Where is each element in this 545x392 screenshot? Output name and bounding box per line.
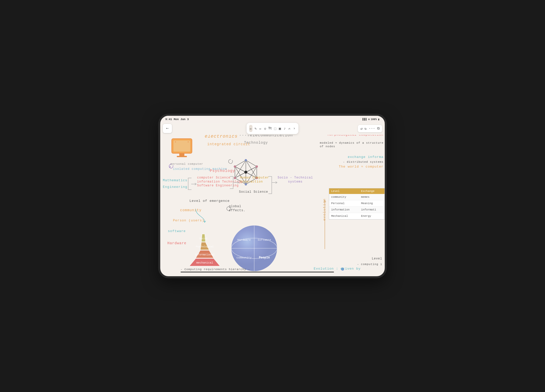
drawing-toolbar[interactable]: ✏ ✎ ✏ ◇ Tt ⬚ ▣ ♪ ✍ ›	[247, 123, 298, 134]
arrow-right-2	[234, 181, 239, 184]
svg-line-6	[246, 160, 257, 167]
arrow-right-3	[272, 181, 278, 184]
redo-icon[interactable]: ↻	[364, 126, 366, 131]
svg-point-29	[234, 166, 236, 168]
audio-tool[interactable]: ♪	[283, 125, 286, 132]
mathematics-text: Mathematics	[163, 178, 187, 183]
telecom-text: ···Telecommunication	[239, 135, 293, 138]
svg-point-24	[245, 159, 247, 161]
battery-label: 100%	[371, 118, 377, 121]
svg-text:mechanical: mechanical	[196, 261, 213, 264]
table-row: communitymemes	[329, 194, 384, 200]
psychology-text: Psychology	[210, 169, 235, 174]
distributed-text: - distributed systems	[343, 160, 383, 164]
svg-text:informational: informational	[195, 253, 215, 256]
arrow-right-1	[191, 183, 197, 186]
progress-bar	[181, 272, 334, 272]
table-row: MechanicalEnergy	[329, 213, 384, 219]
svg-text:Social: Social	[199, 237, 207, 240]
top-controls: ↺ ↻ ··· ⧉	[358, 123, 382, 134]
pyramid-illustration: mechanical informational Psychological S…	[181, 228, 226, 269]
time-display: 9:41 Mon Jun 3	[165, 118, 189, 121]
integrated-circuit-text: integrated circuit	[207, 142, 250, 146]
the-world-text: The world ≈ computer	[339, 165, 383, 169]
handwriting-tool[interactable]: ✍	[288, 125, 291, 132]
level-bottom-text: Level	[372, 257, 382, 261]
human-computer-text: Human Computer Interaction	[240, 176, 269, 184]
svg-text:Hardware: Hardware	[237, 238, 251, 241]
share-icon[interactable]: ⧉	[377, 126, 380, 131]
community-arrow	[195, 208, 207, 223]
pencil-tool[interactable]: ✏	[249, 125, 252, 132]
more-tool[interactable]: ›	[293, 125, 296, 132]
level-emergence-text: Level of emergence	[189, 199, 230, 203]
swirl-decoration	[227, 158, 235, 166]
evolution-arrow	[323, 200, 327, 250]
morphological-text: Morphological computation	[328, 135, 383, 137]
image-tool[interactable]: ▣	[278, 125, 282, 132]
table-row: PersonalMeaning	[329, 200, 384, 207]
svg-line-11	[235, 160, 246, 167]
modeled-text: modeled ≈ dynamics of a structure of nod…	[320, 141, 383, 149]
svg-point-5	[188, 141, 189, 142]
canvas-area: personal computer isolated computing mac…	[160, 135, 385, 276]
text-tool[interactable]: Tt	[268, 125, 272, 132]
globe-illustration: Hardware Software community People	[229, 223, 277, 271]
global-effects-text: global effects.	[229, 205, 246, 213]
socio-technical-text: Socio - Technical systems	[278, 176, 313, 184]
signal-icon: ▌▌▌	[363, 118, 367, 121]
computing-bottom-text: - computing i	[357, 263, 382, 266]
bracket-right-2	[268, 176, 273, 194]
battery-icon: ▮	[378, 118, 380, 121]
table-header-level: Level	[329, 188, 359, 194]
technology-text: Technology	[244, 140, 268, 145]
svg-point-4	[175, 141, 176, 142]
svg-point-25	[256, 166, 258, 168]
bracket-right	[229, 176, 234, 189]
computer-illustration	[168, 137, 196, 164]
more-options-icon[interactable]: ···	[369, 126, 375, 131]
svg-point-30	[245, 171, 247, 173]
eraser-tool[interactable]: ◇	[264, 125, 267, 132]
svg-rect-2	[179, 153, 184, 156]
svg-text:Psychological: Psychological	[196, 246, 214, 248]
back-button[interactable]: ←	[163, 124, 172, 133]
table-row: informationinformati	[329, 207, 384, 213]
engineering-text: Engineering	[163, 185, 187, 189]
electronics-text: electronics	[205, 135, 238, 139]
marker-tool[interactable]: ✏	[259, 125, 262, 132]
computing-req-text: - Computing requirements hierarchy -	[181, 268, 250, 271]
swirl-icon	[168, 163, 175, 169]
undo-icon[interactable]: ↺	[360, 126, 362, 131]
social-science-text: Social Science	[239, 190, 268, 194]
select-tool[interactable]: ⬚	[274, 125, 277, 132]
evolution-driven-text: Evolution : driven by	[314, 267, 361, 271]
wifi-icon: ⊙	[368, 118, 370, 121]
svg-text:community: community	[236, 256, 252, 259]
svg-rect-3	[177, 156, 187, 157]
pen-tool[interactable]: ✎	[254, 125, 257, 132]
svg-text:Software: Software	[258, 238, 271, 241]
status-bar: 9:41 Mon Jun 3 ▌▌▌ ⊙ 100% ▮	[160, 116, 385, 123]
table-header-exchange: Exchange	[359, 188, 384, 194]
data-table: Level Exchange communitymemesPersonalMea…	[329, 188, 385, 220]
ipad-frame: 9:41 Mon Jun 3 ▌▌▌ ⊙ 100% ▮ ← ✏ ✎ ✏ ◇ Tt…	[158, 114, 387, 278]
exchange-info-text: exchange informa	[348, 155, 383, 159]
svg-text:People: People	[259, 256, 270, 259]
